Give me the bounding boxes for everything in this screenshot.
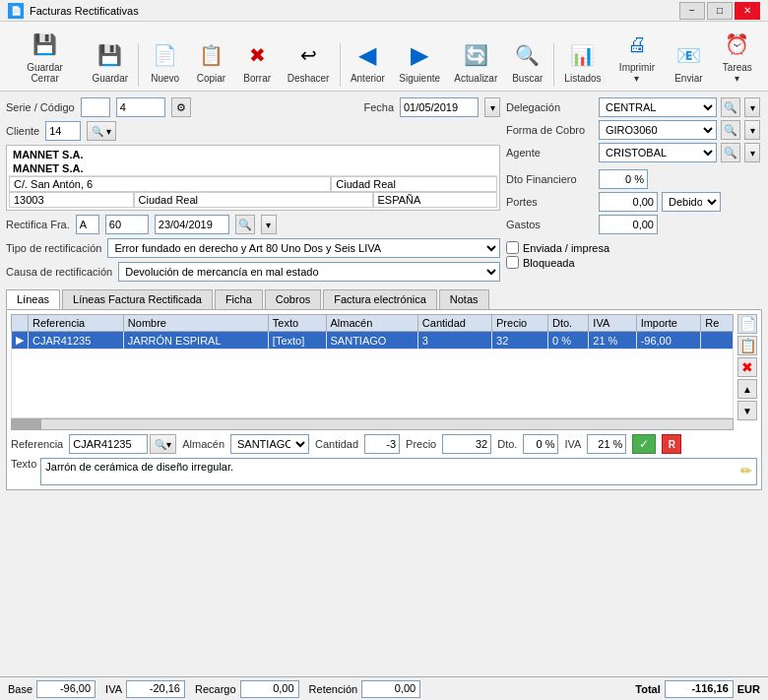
rectifica-label: Rectifica Fra. xyxy=(6,219,70,230)
imprimir-label: Imprimir ▾ xyxy=(616,62,658,84)
col-texto: Texto xyxy=(268,315,326,332)
texto-edit-icon[interactable]: ✏ xyxy=(740,463,752,478)
tab-lineas-factura[interactable]: Líneas Factura Rectificada xyxy=(62,289,213,309)
rectifica-search-button[interactable]: 🔍 xyxy=(235,215,255,234)
guardar-button[interactable]: 💾 Guardar xyxy=(86,36,134,87)
rectifica-num-input[interactable] xyxy=(105,215,149,234)
cantidad-bottom-input[interactable] xyxy=(364,434,400,454)
forma-cobro-search-button[interactable]: 🔍 xyxy=(721,120,740,140)
buscar-button[interactable]: 🔍 Buscar xyxy=(505,36,549,87)
window-controls: − □ ✕ xyxy=(679,2,760,20)
rectifica-dropdown-button[interactable]: ▾ xyxy=(261,215,277,234)
serie-input[interactable] xyxy=(81,97,110,117)
add-row-button[interactable]: 📄 xyxy=(737,314,757,334)
row-re xyxy=(701,332,734,350)
delegacion-dropdown-button[interactable]: ▾ xyxy=(744,97,760,117)
add-row2-button[interactable]: 📋 xyxy=(737,336,757,355)
delete-row-button[interactable]: ✖ xyxy=(737,357,757,377)
anterior-button[interactable]: ◀ Anterior xyxy=(345,36,392,87)
table-row[interactable]: ▶ CJAR41235 JARRÓN ESPIRAL [Texto] SANTI… xyxy=(12,332,734,350)
lineas-table: Referencia Nombre Texto Almacén Cantidad… xyxy=(11,314,734,350)
forma-cobro-select[interactable]: GIRO3060 xyxy=(599,120,717,140)
agente-row: Agente CRISTOBAL 🔍 ▾ xyxy=(506,143,762,162)
minimize-button[interactable]: − xyxy=(679,2,705,20)
cliente-search-button[interactable]: 🔍 ▾ xyxy=(87,121,116,141)
tab-cobros[interactable]: Cobros xyxy=(265,289,321,309)
fecha-dropdown-button[interactable]: ▾ xyxy=(484,97,500,117)
texto-section: Texto Jarrón de cerámica de diseño irreg… xyxy=(11,458,757,485)
cliente-id-input[interactable] xyxy=(45,121,81,141)
borrar-button[interactable]: ✖ Borrar xyxy=(235,36,280,87)
maximize-button[interactable]: □ xyxy=(707,2,733,20)
confirm-button[interactable]: ✓ xyxy=(632,434,656,454)
rectifica-serie-input[interactable] xyxy=(76,215,99,234)
fecha-label: Fecha xyxy=(363,101,394,113)
referencia-search-button[interactable]: 🔍▾ xyxy=(150,434,176,454)
tipo-select[interactable]: Error fundado en derecho y Art 80 Uno Do… xyxy=(107,238,500,258)
tab-lineas[interactable]: Líneas xyxy=(6,289,60,309)
agente-dropdown-button[interactable]: ▾ xyxy=(744,143,760,162)
forma-cobro-dropdown-button[interactable]: ▾ xyxy=(744,120,760,140)
precio-bottom-input[interactable] xyxy=(442,434,491,454)
hscrollbar-thumb[interactable] xyxy=(12,419,41,430)
gastos-input[interactable] xyxy=(599,215,658,234)
portes-input[interactable] xyxy=(599,192,658,212)
tab-factura-electronica[interactable]: Factura electrónica xyxy=(323,289,437,309)
guardar-cerrar-button[interactable]: 💾 Guardar Cerrar xyxy=(6,26,84,87)
bloqueada-checkbox[interactable] xyxy=(506,256,519,269)
dto-bottom-input[interactable] xyxy=(523,434,558,454)
client-postal: 13003 xyxy=(9,192,134,208)
client-city2: Ciudad Real xyxy=(134,192,373,208)
row-texto: [Texto] xyxy=(268,332,326,350)
agente-search-button[interactable]: 🔍 xyxy=(721,143,740,162)
move-up-button[interactable]: ▲ xyxy=(737,379,757,399)
col-cantidad: Cantidad xyxy=(417,315,491,332)
delegacion-select[interactable]: CENTRAL xyxy=(599,97,717,117)
bloqueada-row: Bloqueada xyxy=(506,256,762,269)
copiar-button[interactable]: 📋 Copiar xyxy=(189,36,233,87)
dto-financiero-input[interactable] xyxy=(599,169,648,189)
listados-button[interactable]: 📊 Listados xyxy=(558,36,608,87)
tareas-button[interactable]: ⏰ Tareas ▾ xyxy=(713,26,762,87)
iva-footer-label: IVA xyxy=(105,683,122,695)
portes-type-select[interactable]: Debidos xyxy=(662,192,721,212)
toolbar: 💾 Guardar Cerrar 💾 Guardar 📄 Nuevo 📋 Cop… xyxy=(0,22,768,92)
move-down-button[interactable]: ▼ xyxy=(737,401,757,420)
cancel-row-button[interactable]: R xyxy=(662,434,681,454)
client-addr-row1: C/. San Antón, 6 Ciudad Real xyxy=(9,175,497,192)
tipo-row: Tipo de rectificación Error fundado en d… xyxy=(6,238,500,258)
tab-notas[interactable]: Notas xyxy=(439,289,489,309)
col-almacen: Almacén xyxy=(326,315,417,332)
causa-select[interactable]: Devolución de mercancía en mal estado xyxy=(118,262,500,282)
codigo-input[interactable] xyxy=(116,97,165,117)
actualizar-button[interactable]: 🔄 Actualizar xyxy=(448,36,503,87)
close-button[interactable]: ✕ xyxy=(735,2,760,20)
nuevo-button[interactable]: 📄 Nuevo xyxy=(143,36,187,87)
serie-gear-button[interactable]: ⚙ xyxy=(171,97,191,117)
deshacer-button[interactable]: ↩ Deshacer xyxy=(282,36,336,87)
guardar-cerrar-icon: 💾 xyxy=(30,29,61,60)
agente-select[interactable]: CRISTOBAL xyxy=(599,143,717,162)
fecha-input[interactable] xyxy=(400,97,479,117)
imprimir-button[interactable]: 🖨 Imprimir ▾ xyxy=(609,26,665,87)
tab-ficha[interactable]: Ficha xyxy=(215,289,263,309)
enviada-checkbox[interactable] xyxy=(506,241,519,254)
iva-bottom-label: IVA xyxy=(564,438,581,450)
delegacion-search-button[interactable]: 🔍 xyxy=(721,97,740,117)
left-panel: Serie / Código ⚙ Fecha ▾ Cliente 🔍 ▾ MAN… xyxy=(6,97,500,286)
bloqueada-label: Bloqueada xyxy=(523,257,575,269)
referencia-bottom-input[interactable] xyxy=(69,434,148,454)
iva-bottom-input[interactable] xyxy=(587,434,626,454)
siguiente-button[interactable]: ▶ Siguiente xyxy=(393,36,446,87)
precio-bottom-label: Precio xyxy=(406,438,436,450)
retencion-value: 0,00 xyxy=(361,680,420,698)
iva-field: IVA -20,16 xyxy=(105,680,185,698)
rectifica-date-input[interactable] xyxy=(155,215,229,234)
almacen-bottom-select[interactable]: SANTIAGO xyxy=(230,434,309,454)
row-iva: 21 % xyxy=(589,332,636,350)
base-field: Base -96,00 xyxy=(8,680,96,698)
footer: Base -96,00 IVA -20,16 Recargo 0,00 Rete… xyxy=(0,676,768,700)
table-hscrollbar[interactable] xyxy=(11,418,734,430)
enviar-button[interactable]: 📧 Enviar xyxy=(667,36,711,87)
main-content: Serie / Código ⚙ Fecha ▾ Cliente 🔍 ▾ MAN… xyxy=(0,92,768,496)
